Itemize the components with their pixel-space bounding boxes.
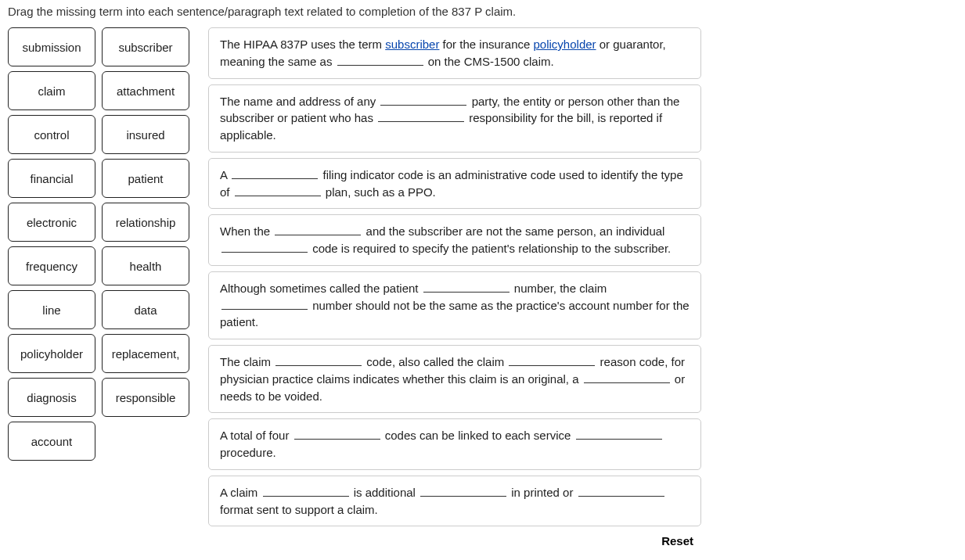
sentence-text: The HIPAA 837P uses the term [220,38,385,51]
instruction-text: Drag the missing term into each sentence… [8,5,957,18]
term-policyholder[interactable]: policyholder [8,334,95,373]
term-claim[interactable]: claim [8,71,95,110]
sentence-text: is additional [351,486,419,499]
drop-blank[interactable] [584,372,670,383]
sentence-text: and the subscriber are not the same pers… [362,224,664,238]
sentence-text: code, also called the claim [363,355,507,368]
sentence-2: The name and address of any party, the e… [208,84,701,153]
sentence-text: A [220,168,230,181]
link-subscriber[interactable]: subscriber [385,38,439,51]
sentence-text: code is required to specify the patient'… [309,242,671,255]
sentence-list: The HIPAA 837P uses the term subscriber … [208,27,701,526]
term-control[interactable]: control [8,115,95,154]
drop-blank[interactable] [221,298,308,310]
term-data[interactable]: data [102,290,189,329]
term-submission[interactable]: submission [8,27,95,66]
drop-blank[interactable] [263,485,349,497]
drop-blank[interactable] [380,94,466,106]
term-patient[interactable]: patient [102,159,189,198]
term-attachment[interactable]: attachment [102,71,189,110]
drop-blank[interactable] [578,485,664,497]
sentence-text: for the insurance [439,38,533,51]
term-line[interactable]: line [8,290,95,329]
term-financial[interactable]: financial [8,159,95,198]
sentence-text: The name and address of any [220,95,379,108]
term-electronic[interactable]: electronic [8,203,95,242]
term-relationship[interactable]: relationship [102,203,189,242]
term-responsible[interactable]: responsible [102,378,189,417]
term-account[interactable]: account [8,422,95,461]
sentence-text: in printed or [508,486,577,499]
term-health[interactable]: health [102,246,189,285]
main-layout: submission subscriber claim attachment c… [8,27,957,547]
drop-blank[interactable] [232,167,318,179]
drop-blank[interactable] [221,241,308,253]
drop-blank[interactable] [420,485,506,497]
sentence-text: procedure. [220,446,276,459]
sentence-text: The claim [220,355,274,368]
sentence-5: Although sometimes called the patient nu… [208,271,701,339]
sentence-text: A total of four [220,429,293,442]
sentence-7: A total of four codes can be linked to e… [208,418,701,470]
reset-button[interactable]: Reset [661,534,693,547]
sentence-1: The HIPAA 837P uses the term subscriber … [208,27,701,79]
term-frequency[interactable]: frequency [8,246,95,285]
sentence-text: A claim [220,486,261,499]
sentence-8: A claim is additional in printed or form… [208,476,701,527]
sentence-3: A filing indicator code is an administra… [208,158,701,210]
term-diagnosis[interactable]: diagnosis [8,378,95,417]
sentence-text: plan, such as a PPO. [322,185,436,199]
term-insured[interactable]: insured [102,115,189,154]
sentence-text: Although sometimes called the patient [220,282,422,295]
sentence-text: number, the claim [511,282,607,295]
sentence-text: codes can be linked to each service [382,429,574,442]
drop-blank[interactable] [423,281,510,293]
drop-blank[interactable] [509,354,595,366]
drop-blank[interactable] [235,185,321,196]
drop-blank[interactable] [275,354,362,366]
drop-blank[interactable] [294,428,380,440]
sentence-text: When the [220,224,273,238]
link-policyholder[interactable]: policyholder [534,38,596,51]
term-subscriber[interactable]: subscriber [102,27,189,66]
sentence-text: format sent to support a claim. [220,503,378,516]
drop-blank[interactable] [576,428,662,440]
drop-blank[interactable] [337,54,423,66]
drop-blank[interactable] [275,224,361,235]
term-replacement[interactable]: replacement, [102,334,189,373]
sentence-6: The claim code, also called the claim re… [208,345,701,413]
sentence-4: When the and the subscriber are not the … [208,214,701,266]
term-bank: submission subscriber claim attachment c… [8,27,189,461]
sentence-text: on the CMS-1500 claim. [425,55,554,68]
drop-blank[interactable] [378,110,464,122]
